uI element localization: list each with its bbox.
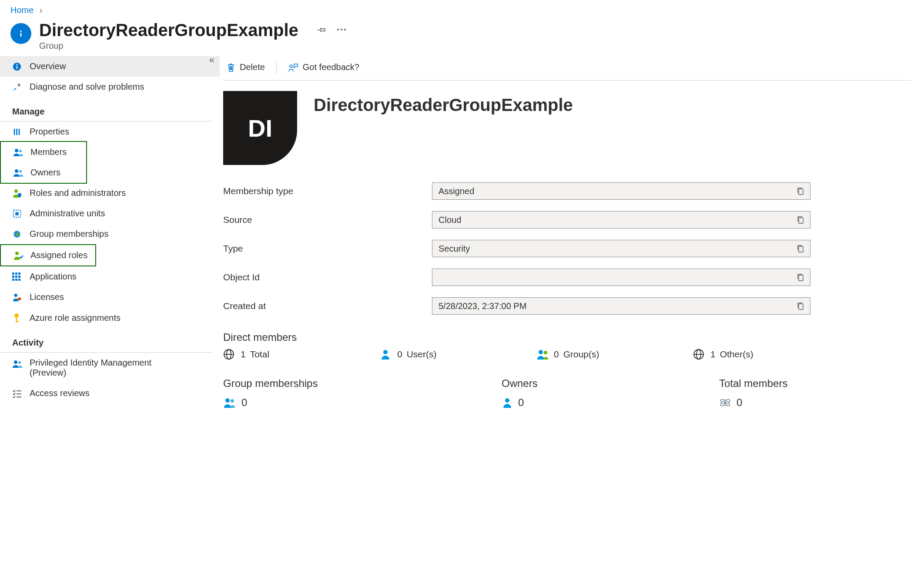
field-value[interactable]: Security bbox=[432, 240, 810, 257]
value-text: Assigned bbox=[439, 186, 474, 196]
sidebar-item-owners[interactable]: Owners bbox=[1, 162, 86, 183]
stat-label: User(s) bbox=[407, 349, 437, 360]
copy-icon[interactable] bbox=[797, 187, 804, 195]
svg-point-53 bbox=[539, 350, 543, 354]
field-membership-type: Membership type Assigned bbox=[223, 182, 924, 200]
copy-icon[interactable] bbox=[797, 245, 804, 252]
svg-point-60 bbox=[505, 398, 509, 403]
sidebar-item-members[interactable]: Members bbox=[1, 142, 86, 162]
sidebar-item-access-reviews[interactable]: Access reviews bbox=[0, 383, 220, 404]
group-title: DirectoryReaderGroupExample bbox=[314, 91, 573, 115]
summary-triple: Group memberships 0 Owners 0 T bbox=[223, 377, 924, 409]
total-members-summary: Total members 0 bbox=[719, 377, 924, 409]
stat-label: Other(s) bbox=[720, 349, 753, 360]
sidebar-item-roles-admins[interactable]: Roles and administrators bbox=[0, 183, 220, 203]
highlight-members-owners: Members Owners bbox=[0, 141, 87, 184]
sidebar-section-manage: Manage bbox=[0, 97, 212, 121]
sidebar-item-label: Privileged Identity Management (Preview) bbox=[30, 358, 191, 378]
sidebar-item-licenses[interactable]: Licenses bbox=[0, 287, 220, 307]
svg-point-14 bbox=[19, 170, 22, 173]
key-icon bbox=[12, 313, 23, 323]
stat-label: Group(s) bbox=[563, 349, 599, 360]
page-header: DirectoryReaderGroupExample Group bbox=[0, 18, 924, 56]
sidebar-item-azure-role-assignments[interactable]: Azure role assignments bbox=[0, 307, 220, 328]
stat-groups: 0 Group(s) bbox=[536, 349, 693, 360]
field-value[interactable]: Cloud bbox=[432, 211, 810, 229]
sidebar-item-group-memberships[interactable]: Group memberships bbox=[0, 224, 220, 244]
stat-users: 0 User(s) bbox=[380, 349, 536, 360]
highlight-assigned-roles: Assigned roles bbox=[0, 244, 96, 266]
sidebar-item-applications[interactable]: Applications bbox=[0, 266, 220, 287]
value-text: 5/28/2023, 2:37:00 PM bbox=[439, 301, 526, 311]
svg-rect-23 bbox=[18, 272, 20, 275]
sidebar-item-label: Members bbox=[30, 147, 67, 157]
sidebar-item-pim[interactable]: Privileged Identity Management (Preview) bbox=[0, 353, 220, 383]
field-label: Type bbox=[223, 243, 432, 254]
stat-count: 1 bbox=[241, 349, 246, 360]
delete-button[interactable]: Delete bbox=[223, 61, 268, 74]
people-icon bbox=[13, 148, 24, 157]
svg-rect-48 bbox=[799, 304, 803, 309]
info-icon bbox=[12, 62, 23, 71]
svg-rect-22 bbox=[15, 272, 17, 275]
svg-rect-26 bbox=[18, 276, 20, 278]
sidebar-item-label: Properties bbox=[30, 127, 69, 137]
sidebar-item-properties[interactable]: Properties bbox=[0, 121, 220, 142]
feedback-label: Got feedback? bbox=[303, 62, 359, 72]
field-value[interactable] bbox=[432, 269, 810, 286]
svg-point-2 bbox=[337, 29, 339, 30]
info-circle-icon bbox=[10, 23, 31, 44]
separator bbox=[276, 61, 277, 74]
collapse-sidebar-button[interactable]: « bbox=[209, 54, 214, 66]
field-label: Membership type bbox=[223, 186, 432, 196]
owners-summary: Owners 0 bbox=[502, 377, 719, 409]
svg-point-35 bbox=[14, 360, 17, 364]
more-button[interactable] bbox=[337, 28, 346, 31]
svg-rect-1 bbox=[20, 33, 22, 37]
field-label: Created at bbox=[223, 301, 432, 311]
svg-rect-28 bbox=[15, 279, 17, 281]
group-hero: DI DirectoryReaderGroupExample bbox=[223, 81, 924, 182]
copy-icon[interactable] bbox=[797, 273, 804, 281]
svg-point-32 bbox=[14, 313, 19, 318]
copy-icon[interactable] bbox=[797, 216, 804, 224]
tools-icon bbox=[12, 82, 23, 92]
svg-rect-44 bbox=[799, 189, 803, 195]
svg-rect-17 bbox=[15, 212, 18, 215]
sidebar-item-overview[interactable]: Overview bbox=[0, 56, 220, 77]
sliders-icon bbox=[12, 127, 23, 137]
stat-others: 1 Other(s) bbox=[693, 349, 753, 360]
svg-rect-29 bbox=[18, 279, 20, 281]
svg-rect-45 bbox=[799, 218, 803, 223]
section-title: Owners bbox=[502, 377, 719, 390]
globe-icon bbox=[223, 349, 236, 360]
svg-rect-8 bbox=[14, 128, 15, 135]
feedback-button[interactable]: Got feedback? bbox=[285, 61, 363, 74]
trash-icon bbox=[227, 63, 235, 72]
sidebar-item-label: Owners bbox=[30, 168, 60, 178]
gear-icon bbox=[12, 229, 23, 239]
page-title: DirectoryReaderGroupExample bbox=[39, 20, 298, 40]
value-text: Cloud bbox=[439, 215, 461, 225]
sidebar-item-assigned-roles[interactable]: Assigned roles bbox=[1, 245, 91, 266]
group-memberships-summary: Group memberships 0 bbox=[223, 377, 502, 409]
breadcrumb-home[interactable]: Home bbox=[10, 5, 33, 15]
sidebar-item-label: Diagnose and solve problems bbox=[30, 82, 144, 92]
field-source: Source Cloud bbox=[223, 211, 924, 229]
copy-icon[interactable] bbox=[797, 302, 804, 310]
svg-rect-27 bbox=[12, 279, 14, 281]
pin-button[interactable] bbox=[317, 25, 326, 34]
globe-icon bbox=[693, 349, 706, 360]
field-value[interactable]: Assigned bbox=[432, 182, 810, 200]
svg-point-63 bbox=[724, 402, 726, 404]
svg-point-15 bbox=[14, 189, 18, 193]
field-label: Source bbox=[223, 215, 432, 225]
sidebar-item-diagnose[interactable]: Diagnose and solve problems bbox=[0, 77, 220, 97]
sidebar-item-admin-units[interactable]: Administrative units bbox=[0, 203, 220, 224]
svg-rect-34 bbox=[16, 321, 19, 322]
field-value[interactable]: 5/28/2023, 2:37:00 PM bbox=[432, 297, 810, 315]
svg-point-59 bbox=[231, 399, 234, 403]
svg-rect-47 bbox=[799, 275, 803, 281]
sidebar: « Overview Diagnose and solve problems M… bbox=[0, 56, 220, 426]
toolbar: Delete Got feedback? bbox=[223, 56, 911, 81]
